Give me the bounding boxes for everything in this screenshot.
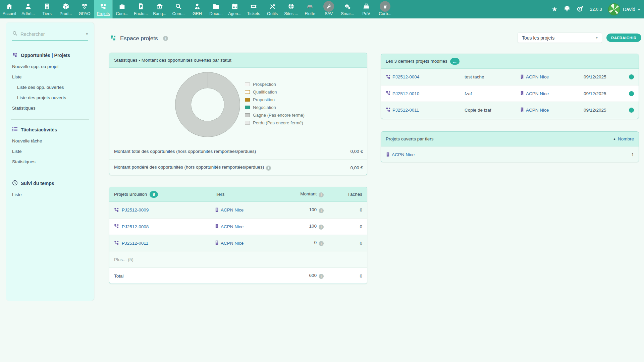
amount-weighted-row: Montant pondéré des opportunités (hors o…	[109, 159, 367, 175]
sidebar-section-title[interactable]: Tâches/activités	[6, 124, 94, 136]
amount-total-row: Montant total des opportunités (hors opp…	[109, 143, 367, 159]
info-icon[interactable]: i	[266, 166, 271, 171]
donut-seam	[208, 72, 208, 88]
info-icon[interactable]: i	[319, 241, 324, 246]
legend-item: Gagné (Pas encore fermé)	[245, 113, 305, 118]
tiers-link[interactable]: ACPN Nice	[221, 241, 244, 246]
sidebar-item-liste-projets-ouverts[interactable]: Liste des projets ouverts	[6, 93, 94, 103]
sidebar-section-opportunites-projets: Opportunités | Projets Nouvelle opp. ou …	[6, 48, 94, 117]
column-header-montant: Montanti	[300, 191, 324, 197]
nav-item-tiers[interactable]: Tiers	[38, 0, 56, 18]
nav-item-accueil[interactable]: Accueil	[0, 0, 19, 18]
nav-item-sav[interactable]: SAV	[319, 0, 338, 18]
user-menu[interactable]: David ▾	[608, 3, 640, 15]
total-taches: 0	[324, 274, 362, 279]
tiers-link[interactable]: ACPN Nice	[221, 207, 244, 213]
nav-item-produits[interactable]: Prod...	[56, 0, 75, 18]
sort-by-count[interactable]: ▲ Nombre	[613, 136, 634, 141]
info-icon[interactable]: i	[319, 225, 324, 230]
tiers-link[interactable]: ACPN Nice	[392, 152, 415, 157]
project-icon	[386, 90, 391, 97]
show-more-link[interactable]: Plus... (5)	[109, 251, 367, 267]
nav-item-pdv[interactable]: PdV	[357, 0, 376, 18]
tiers-cell: ACPN Nice	[215, 240, 300, 246]
refresh-button[interactable]: RAFRAICHIR	[606, 34, 641, 42]
nav-item-comptabilite[interactable]: Com...	[169, 0, 188, 18]
info-icon[interactable]: i	[319, 274, 324, 279]
nav-item-facturation[interactable]: Factu...	[131, 0, 150, 18]
tiers-link[interactable]: ACPN Nice	[526, 74, 549, 79]
section-title-label: Suivi du temps	[21, 181, 54, 186]
stats-panel-header: Statistiques - Montant des opportunités …	[109, 53, 367, 68]
divider	[11, 119, 89, 120]
chevron-down-icon: ▾	[638, 7, 640, 12]
nav-item-banques[interactable]: Banq...	[150, 0, 169, 18]
project-ref-link[interactable]: PJ2512-0011	[122, 241, 148, 246]
info-icon[interactable]: i	[163, 36, 168, 41]
column-header-taches: Tâches	[324, 192, 362, 197]
sidebar-item-liste-taches[interactable]: Liste	[6, 146, 94, 157]
nav-item-grh[interactable]: GRH	[188, 0, 207, 18]
nav-item-projets[interactable]: Projets	[94, 0, 113, 18]
gears-cluster-icon	[81, 2, 88, 11]
bookmark-star-icon[interactable]: ★	[552, 5, 557, 13]
nav-label: Corb...	[379, 11, 391, 16]
project-ref-link[interactable]: PJ2512-0010	[392, 91, 419, 96]
print-icon[interactable]	[564, 5, 571, 13]
sidebar-item-liste[interactable]: Liste	[6, 72, 94, 82]
project-ref-link[interactable]: PJ2512-0008	[122, 224, 149, 229]
nav-item-corbeille[interactable]: Corb...	[376, 0, 394, 18]
project-ref-link[interactable]: PJ2512-0011	[392, 108, 419, 113]
project-label: test tache	[465, 74, 520, 79]
help-icon[interactable]: ?	[577, 5, 584, 14]
info-icon[interactable]: i	[319, 192, 324, 197]
tiers-cell: ACPN Nice	[215, 224, 300, 230]
nav-item-outils[interactable]: Outils	[263, 0, 282, 18]
sidebar-section-title[interactable]: Opportunités | Projets	[6, 49, 94, 61]
ticket-icon	[250, 2, 257, 11]
nav-item-tickets[interactable]: Tickets	[244, 0, 263, 18]
building-icon	[215, 240, 219, 246]
sidebar-item-nouvelle-opp[interactable]: Nouvelle opp. ou projet	[6, 61, 94, 72]
search-input[interactable]	[20, 32, 83, 37]
nav-item-flotte[interactable]: Flotte	[301, 0, 319, 18]
main-menu: Accueil Adhé... Tiers Prod... GPAO Proje…	[0, 0, 394, 18]
sidebar-item-statistiques[interactable]: Statistiques	[6, 103, 94, 113]
cube-icon	[62, 2, 69, 11]
nav-item-agenda[interactable]: Agen...	[225, 0, 244, 18]
legend-item: Proposition	[245, 97, 305, 102]
search-dropdown-caret-icon[interactable]: ▾	[86, 32, 88, 36]
sidebar-item-liste-temps[interactable]: Liste	[6, 189, 94, 200]
nav-label: Com...	[116, 11, 128, 16]
sidebar-item-liste-opp-ouvertes[interactable]: Liste des opp. ouvertes	[6, 82, 94, 93]
nav-label: SAV	[325, 11, 333, 16]
project-icon	[114, 240, 119, 246]
tiers-panel-title: Projets ouverts par tiers	[386, 136, 434, 141]
nav-item-commerce[interactable]: Com...	[113, 0, 131, 18]
nav-label: GPAO	[78, 11, 90, 16]
project-ref-link[interactable]: PJ2512-0009	[122, 207, 149, 213]
nav-label: Sites ...	[284, 11, 298, 16]
tiers-link[interactable]: ACPN Nice	[221, 224, 244, 229]
chevron-down-icon: ▾	[596, 36, 598, 40]
montant-cell: 0i	[300, 240, 324, 246]
info-icon[interactable]: i	[319, 208, 324, 213]
nav-item-sites[interactable]: Sites ...	[282, 0, 301, 18]
sidebar-item-statistiques-taches[interactable]: Statistiques	[6, 157, 94, 167]
project-ref-link[interactable]: PJ2512-0004	[392, 74, 419, 79]
bank-icon	[156, 2, 163, 11]
building-icon	[520, 74, 524, 80]
nav-item-adherents[interactable]: Adhé...	[19, 0, 38, 18]
tiers-link[interactable]: ACPN Nice	[526, 108, 549, 113]
nav-item-documents[interactable]: Docu...	[207, 0, 225, 18]
legend-swatch	[245, 113, 250, 117]
draft-panel-title: Projets Brouillon	[114, 192, 147, 197]
nav-item-smartphone[interactable]: Smar...	[338, 0, 357, 18]
project-filter-select[interactable]: Tous les projets ▾	[518, 33, 602, 43]
sidebar-section-title[interactable]: Suivi du temps	[6, 177, 94, 189]
tiers-link[interactable]: ACPN Nice	[526, 91, 549, 96]
sidebar-item-nouvelle-tache[interactable]: Nouvelle tâche	[6, 136, 94, 146]
open-projects-by-tiers-panel: Projets ouverts par tiers ▲ Nombre ACPN …	[381, 131, 639, 162]
modified-date: 09/12/2025	[584, 91, 625, 96]
nav-item-gpao[interactable]: GPAO	[75, 0, 94, 18]
